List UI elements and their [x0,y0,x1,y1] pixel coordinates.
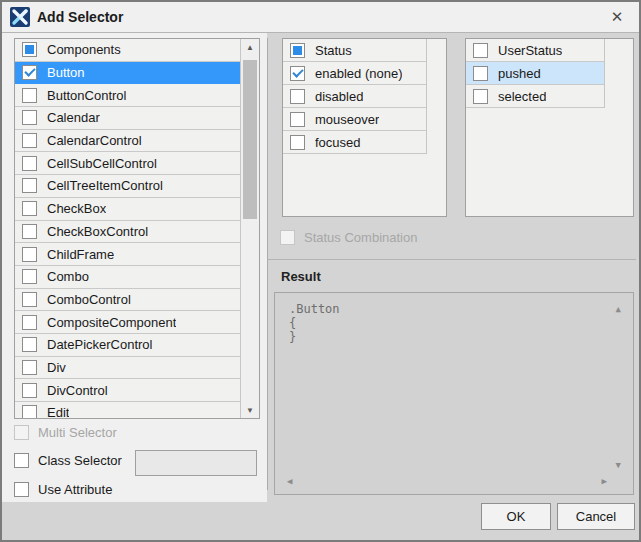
list-item-label: CellTreeItemControl [47,178,163,193]
list-item-label: CellSubCellControl [47,156,157,171]
list-item[interactable]: disabled [283,85,426,108]
list-item[interactable]: enabled (none) [283,62,426,85]
checkbox[interactable] [22,201,37,216]
components-list-panel: Components Button ButtonControl Calendar… [14,38,260,419]
list-item-label: CheckBoxControl [47,224,148,239]
checkbox[interactable] [22,65,37,80]
use-attribute-option[interactable]: Use Attribute [14,482,112,497]
checkbox[interactable] [22,156,37,171]
list-item-label: disabled [315,89,363,104]
checkbox[interactable] [22,224,37,239]
result-line: { [289,316,633,330]
scrollbar-thumb[interactable] [243,60,257,219]
list-header-label: Status [315,43,352,58]
checkbox[interactable] [22,178,37,193]
cancel-button[interactable]: Cancel [557,503,635,530]
scroll-down-icon[interactable]: ▼ [616,461,621,470]
list-item-label: Div [47,360,66,375]
list-item[interactable]: CheckBox [15,198,240,221]
list-item[interactable]: Combo [15,266,240,289]
list-item-button[interactable]: Button [15,62,240,85]
list-item[interactable]: mouseover [283,108,426,131]
list-header-components[interactable]: Components [15,39,240,62]
list-item-label: Button [47,65,85,80]
checkbox[interactable] [22,110,37,125]
checkbox[interactable] [14,453,29,468]
list-item-label: CheckBox [47,201,106,216]
checkbox[interactable] [22,269,37,284]
list-item[interactable]: ButtonControl [15,84,240,107]
list-item[interactable]: ComboControl [15,289,240,312]
checkbox[interactable] [22,383,37,398]
result-label: Result [281,269,321,284]
scroll-left-icon[interactable]: ◀ [287,477,292,486]
status-combination-label: Status Combination [304,230,417,245]
checkbox[interactable] [22,360,37,375]
checkbox[interactable] [22,247,37,262]
list-item[interactable]: CompositeComponent [15,311,240,334]
list-item[interactable]: CalendarControl [15,130,240,153]
checkbox[interactable] [473,89,488,104]
list-item[interactable]: focused [283,131,426,154]
scroll-up-icon[interactable]: ▲ [616,305,621,314]
checkbox[interactable] [22,315,37,330]
list-item-pushed[interactable]: pushed [466,62,604,85]
list-item[interactable]: CheckBoxControl [15,221,240,244]
status-combination-option: Status Combination [280,230,417,245]
list-item[interactable]: Div [15,357,240,380]
class-selector-label: Class Selector [38,453,122,468]
checkbox[interactable] [290,89,305,104]
list-item-label: focused [315,135,361,150]
list-item-label: DivControl [47,383,108,398]
checkbox[interactable] [22,88,37,103]
checkbox[interactable] [290,112,305,127]
ok-button[interactable]: OK [481,503,551,530]
app-logo-icon [10,7,30,27]
list-item[interactable]: CellTreeItemControl [15,175,240,198]
class-selector-option[interactable]: Class Selector [14,453,122,468]
horizontal-divider [267,259,636,260]
list-item[interactable]: DivControl [15,379,240,402]
list-item[interactable]: ChildFrame [15,243,240,266]
list-item[interactable]: Calendar [15,107,240,130]
list-item[interactable]: selected [466,85,604,108]
userstatus-rows: UserStatus pushed selected [466,39,605,108]
scroll-right-icon[interactable]: ▶ [602,477,607,486]
list-item-label: ButtonControl [47,88,127,103]
checkbox[interactable] [22,133,37,148]
list-item-label: ChildFrame [47,247,114,262]
checkbox [14,425,29,440]
result-code-box[interactable]: .Button { } ▲ ▼ ◀ ▶ [274,292,634,495]
close-icon[interactable]: ✕ [603,5,631,29]
list-item-label: Calendar [47,110,100,125]
checkbox[interactable] [473,43,488,58]
scroll-down-icon[interactable]: ▼ [241,402,259,418]
list-header-status[interactable]: Status [283,39,426,62]
checkbox[interactable] [22,405,37,419]
list-header-userstatus[interactable]: UserStatus [466,39,604,62]
class-selector-input[interactable] [135,450,257,476]
checkbox[interactable] [22,292,37,307]
list-item-label: mouseover [315,112,379,127]
status-rows: Status enabled (none) disabled mouseover… [283,39,427,154]
vertical-scrollbar[interactable]: ▲ ▼ [241,39,259,418]
userstatus-list-panel: UserStatus pushed selected [465,38,634,217]
list-item[interactable]: Edit [15,402,240,419]
scroll-up-icon[interactable]: ▲ [241,39,259,55]
checkbox [280,230,295,245]
checkbox[interactable] [22,337,37,352]
title-bar: Add Selector ✕ [2,2,639,33]
list-item-label: pushed [498,66,541,81]
checkbox[interactable] [290,135,305,150]
checkbox[interactable] [14,482,29,497]
checkbox[interactable] [290,66,305,81]
list-item-label: selected [498,89,546,104]
list-item[interactable]: CellSubCellControl [15,152,240,175]
list-item-label: CalendarControl [47,133,142,148]
checkbox[interactable] [290,43,305,58]
checkbox[interactable] [22,42,37,57]
checkbox[interactable] [473,66,488,81]
vertical-divider [267,38,268,490]
list-item[interactable]: DatePickerControl [15,334,240,357]
list-item-label: Combo [47,269,89,284]
